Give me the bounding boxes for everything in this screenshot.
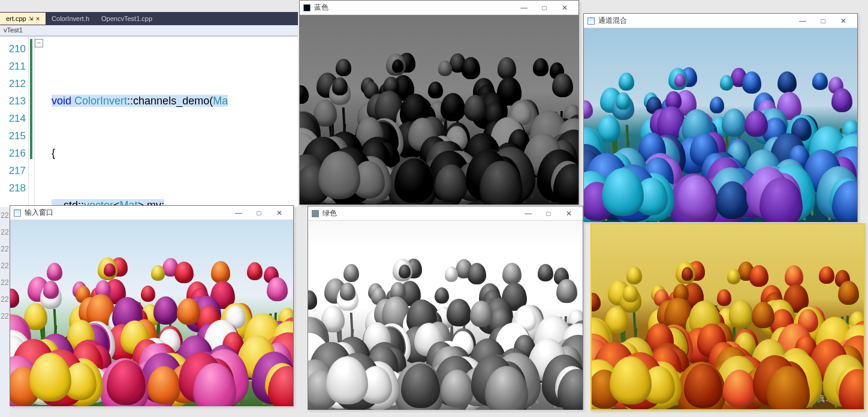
tab-active[interactable]: ert.cpp ⇲ ×: [0, 13, 46, 25]
image-rg: CSDN @怕什么真理无穷: [592, 224, 864, 409]
window-rg-output[interactable]: CSDN @怕什么真理无穷: [590, 223, 865, 410]
window-title: 蓝色: [314, 2, 328, 13]
titlebar[interactable]: 输入窗口 — □ ✕: [10, 206, 293, 220]
minimize-button[interactable]: —: [792, 14, 813, 28]
app-icon: [14, 209, 21, 217]
titlebar[interactable]: 通道混合 — □ ✕: [584, 14, 857, 28]
close-button[interactable]: ✕: [559, 207, 579, 220]
maximize-button[interactable]: □: [813, 14, 833, 28]
tab-label: ert.cpp: [6, 15, 26, 22]
app-icon: [587, 17, 595, 25]
titlebar[interactable]: 蓝色 — □ ✕: [300, 1, 578, 15]
tab-opencvtest1[interactable]: OpencvTest1.cpp: [95, 13, 158, 25]
window-blue-channel[interactable]: 蓝色 — □ ✕: [299, 0, 579, 205]
pin-icon[interactable]: ⇲: [29, 16, 34, 22]
maximize-button[interactable]: □: [538, 207, 559, 220]
image-input: [10, 220, 293, 406]
maximize-button[interactable]: □: [534, 1, 554, 14]
close-button[interactable]: ✕: [269, 206, 290, 220]
code-area[interactable]: − void ColorInvert::channels_demo(Ma { s…: [35, 37, 298, 207]
app-icon: [303, 4, 311, 11]
code-editor[interactable]: 210211212 213214215 216217218 − void Col…: [0, 36, 298, 207]
minimize-button[interactable]: —: [228, 206, 249, 220]
window-input[interactable]: 输入窗口 — □ ✕: [10, 205, 294, 406]
partial-gutter: 2222 2222 2222 22: [0, 207, 10, 417]
minimize-button[interactable]: —: [514, 1, 534, 14]
collapse-toggle[interactable]: −: [35, 39, 43, 47]
window-channel-mix[interactable]: 通道混合 — □ ✕: [583, 13, 858, 222]
minimize-button[interactable]: —: [518, 207, 538, 220]
close-button[interactable]: ✕: [833, 14, 854, 28]
image-green-channel: [308, 221, 583, 410]
window-title: 输入窗口: [25, 208, 53, 218]
tab-colorinvert-h[interactable]: ColorInvert.h: [46, 13, 95, 25]
close-icon[interactable]: ×: [36, 15, 40, 22]
image-channel-mix: [584, 28, 857, 222]
change-tracker: [29, 37, 35, 207]
titlebar[interactable]: 绿色 — □ ✕: [308, 206, 583, 221]
window-title: 绿色: [323, 208, 337, 218]
image-blue-channel: [300, 15, 578, 205]
line-number-gutter: 210211212 213214215 216217218: [0, 37, 29, 207]
app-icon: [312, 210, 319, 217]
maximize-button[interactable]: □: [249, 206, 269, 220]
window-title: 通道混合: [598, 16, 627, 26]
close-button[interactable]: ✕: [554, 1, 575, 14]
scope-breadcrumb[interactable]: vTest1: [0, 25, 298, 36]
window-green-channel[interactable]: 绿色 — □ ✕: [308, 206, 583, 410]
file-tab-bar: ert.cpp ⇲ × ColorInvert.h OpencvTest1.cp…: [0, 12, 298, 25]
